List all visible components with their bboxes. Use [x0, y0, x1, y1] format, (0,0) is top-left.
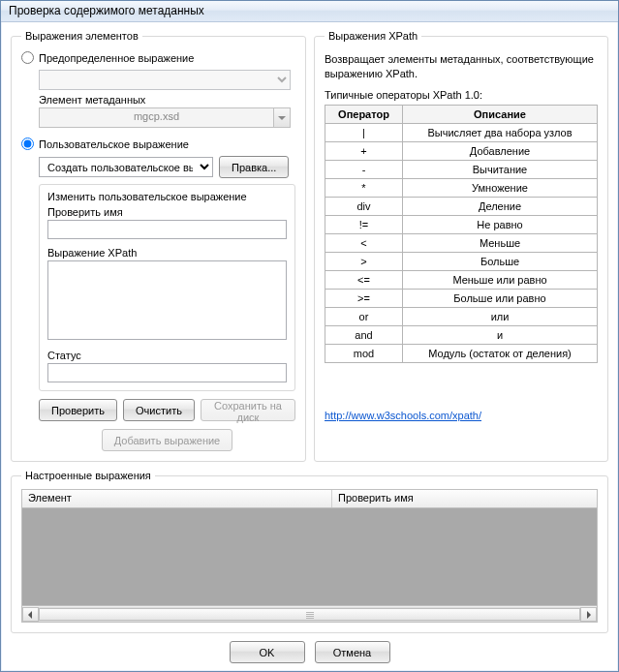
operator-desc-cell: Модуль (остаток от деления) [403, 344, 598, 362]
operators-th-description: Описание [403, 105, 598, 123]
operator-desc-cell: Добавление [403, 141, 598, 160]
xpath-expression-input[interactable] [47, 260, 287, 340]
scroll-thumb[interactable] [39, 608, 580, 621]
operator-cell: mod [325, 344, 403, 362]
operator-desc-cell: Меньше [403, 233, 598, 252]
operator-cell: + [325, 141, 403, 160]
operator-row: orили [325, 307, 598, 325]
operator-desc-cell: Вычитание [403, 160, 598, 178]
operator-row: andи [325, 325, 598, 344]
status-label: Статус [47, 350, 287, 361]
custom-expression-select[interactable]: Создать пользовательское выражение [39, 157, 213, 177]
check-name-label: Проверить имя [47, 206, 287, 218]
element-expressions-group: Выражения элементов Предопределенное выр… [11, 30, 306, 462]
operator-desc-cell: и [403, 325, 598, 344]
configured-expressions-group: Настроенные выражения Элемент Проверить … [11, 470, 608, 633]
xpath-operators-heading: Типичные операторы XPath 1.0: [325, 89, 598, 101]
xpath-description: Возвращает элементы метаданных, соответс… [325, 52, 598, 81]
operator-cell: and [325, 325, 403, 344]
ok-button[interactable]: OK [230, 641, 305, 663]
custom-radio-label: Пользовательское выражение [39, 138, 189, 150]
operator-desc-cell: Деление [403, 197, 598, 215]
operator-desc-cell: Не равно [403, 215, 598, 233]
element-expressions-legend: Выражения элементов [21, 30, 142, 42]
xpath-expression-label: Выражение XPath [47, 247, 287, 259]
window-title: Проверка содержимого метаданных [1, 1, 618, 22]
operator-desc-cell: Вычисляет два набора узлов [403, 123, 598, 141]
metadata-element-label: Элемент метаданных [39, 94, 295, 106]
operator-row: |Вычисляет два набора узлов [325, 123, 598, 141]
w3schools-xpath-link[interactable]: http://www.w3schools.com/xpath/ [325, 410, 481, 421]
operator-cell: > [325, 252, 403, 270]
operator-desc-cell: или [403, 307, 598, 325]
predefined-radio-label: Предопределенное выражение [39, 52, 194, 64]
operator-cell: != [325, 215, 403, 233]
configured-table-body[interactable] [21, 508, 598, 606]
scroll-right-button[interactable] [580, 607, 597, 622]
edit-button[interactable]: Правка... [219, 156, 289, 178]
operators-table: Оператор Описание |Вычисляет два набора … [325, 105, 598, 363]
operator-desc-cell: Больше или равно [403, 289, 598, 307]
operator-row: >Больше [325, 252, 598, 270]
xpath-expressions-group: Выражения XPath Возвращает элементы мета… [314, 30, 608, 462]
operator-row: -Вычитание [325, 160, 598, 178]
check-button[interactable]: Проверить [39, 399, 117, 421]
operator-row: !=Не равно [325, 215, 598, 233]
operator-cell: or [325, 307, 403, 325]
edit-custom-expression-group: Изменить пользовательское выражение Пров… [39, 184, 295, 391]
clear-button[interactable]: Очистить [123, 399, 195, 421]
dialog-window: Проверка содержимого метаданных Выражени… [0, 0, 619, 672]
status-input[interactable] [47, 363, 287, 382]
column-element[interactable]: Элемент [22, 490, 332, 507]
operator-row: <Меньше [325, 233, 598, 252]
operator-desc-cell: Меньше или равно [403, 270, 598, 289]
operator-row: +Добавление [325, 141, 598, 160]
predefined-radio[interactable] [21, 51, 34, 64]
operator-cell: div [325, 197, 403, 215]
configured-expressions-legend: Настроенные выражения [21, 470, 155, 481]
operator-cell: < [325, 233, 403, 252]
metadata-element-value: mgcp.xsd [39, 107, 274, 128]
operators-th-operator: Оператор [325, 105, 403, 123]
operator-row: <=Меньше или равно [325, 270, 598, 289]
operator-desc-cell: Больше [403, 252, 598, 270]
client-area: Выражения элементов Предопределенное выр… [1, 22, 618, 671]
configured-table-header: Элемент Проверить имя [21, 489, 598, 508]
operator-cell: >= [325, 289, 403, 307]
operator-row: *Умножение [325, 178, 598, 197]
scroll-track[interactable] [39, 607, 580, 622]
operator-row: >=Больше или равно [325, 289, 598, 307]
horizontal-scrollbar[interactable] [21, 606, 598, 623]
operator-cell: - [325, 160, 403, 178]
column-check-name[interactable]: Проверить имя [332, 490, 597, 507]
metadata-element-dropdown-button[interactable] [274, 107, 291, 128]
cancel-button[interactable]: Отмена [315, 641, 390, 663]
predefined-expression-select[interactable] [39, 70, 291, 90]
operator-desc-cell: Умножение [403, 178, 598, 197]
check-name-input[interactable] [47, 220, 287, 239]
edit-group-title: Изменить пользовательское выражение [47, 191, 287, 202]
operator-cell: <= [325, 270, 403, 289]
operator-cell: * [325, 178, 403, 197]
save-to-disk-button[interactable]: Сохранить на диск [201, 399, 295, 421]
scroll-left-button[interactable] [22, 607, 39, 622]
add-expression-button[interactable]: Добавить выражение [102, 429, 232, 451]
operator-row: modМодуль (остаток от деления) [325, 344, 598, 362]
operator-cell: | [325, 123, 403, 141]
xpath-expressions-legend: Выражения XPath [325, 30, 421, 42]
custom-radio[interactable] [21, 137, 34, 150]
operator-row: divДеление [325, 197, 598, 215]
